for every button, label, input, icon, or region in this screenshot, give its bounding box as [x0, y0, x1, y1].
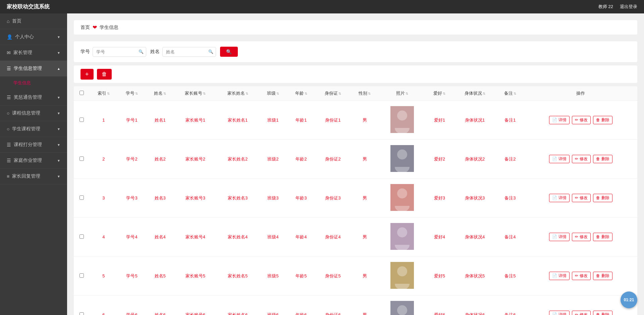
row-select-checkbox[interactable] — [79, 195, 84, 200]
delete-button[interactable]: 🗑 删除 — [593, 155, 612, 163]
edit-button[interactable]: ✏ 修改 — [572, 233, 590, 241]
sort-icon-health: ⇅ — [483, 92, 485, 95]
sidebar-sub-item-student-info[interactable]: 学生信息 — [0, 77, 67, 90]
detail-button[interactable]: 📄 详情 — [549, 116, 569, 124]
row-select-checkbox[interactable] — [79, 273, 84, 278]
row-parent-account: 家长账号3 — [174, 179, 216, 218]
sort-icon-photo: ⇅ — [406, 92, 408, 95]
row-notes: 备注5 — [496, 257, 524, 296]
row-select-checkbox[interactable] — [79, 118, 84, 122]
sort-icon-index: ⇅ — [107, 92, 110, 95]
sidebar-item-score-mgmt[interactable]: ☰ 课程打分管理 ▼ — [0, 137, 67, 153]
send-icon: ✉ — [7, 50, 11, 55]
sidebar-item-student-course-mgmt[interactable]: ○ 学生课程管理 ▼ — [0, 121, 67, 137]
sidebar-item-course-info-mgmt[interactable]: ○ 课程信息管理 ▼ — [0, 105, 67, 121]
row-name: 姓名6 — [146, 296, 174, 315]
row-checkbox — [74, 218, 90, 257]
row-class: 班级1 — [259, 101, 287, 140]
detail-button[interactable]: 📄 详情 — [549, 272, 569, 280]
grid-icon: ☰ — [7, 66, 11, 71]
sort-icon-student-id: ⇅ — [135, 92, 138, 95]
row-health: 身体状况5 — [454, 257, 496, 296]
detail-button[interactable]: 📄 详情 — [549, 194, 569, 202]
row-student-id: 学号1 — [118, 101, 146, 140]
add-button[interactable]: + — [80, 69, 94, 80]
sort-icon-class: ⇅ — [276, 92, 279, 95]
logout-button[interactable]: 退出登录 — [620, 4, 637, 10]
row-select-checkbox[interactable] — [79, 234, 84, 239]
detail-button[interactable]: 📄 详情 — [549, 155, 569, 163]
row-health: 身体状况6 — [454, 296, 496, 315]
row-age: 年龄3 — [287, 179, 315, 218]
row-id-card: 身份证2 — [315, 140, 351, 179]
edit-button[interactable]: ✏ 修改 — [572, 311, 590, 315]
row-hobby: 爱好4 — [425, 218, 453, 257]
row-hobby: 爱好5 — [425, 257, 453, 296]
row-gender: 男 — [351, 101, 379, 140]
edit-button[interactable]: ✏ 修改 — [572, 116, 590, 124]
sidebar-submenu-student: 学生信息 — [0, 77, 67, 90]
row-notes: 备注6 — [496, 296, 524, 315]
edit-button[interactable]: ✏ 修改 — [572, 272, 590, 280]
sidebar-item-parent-mgmt[interactable]: ✉ 家长管理 ▼ — [0, 45, 67, 61]
chevron-down-icon: ▼ — [57, 175, 60, 178]
delete-button[interactable]: 🗑 删除 — [593, 233, 612, 241]
delete-button[interactable]: 🗑 删除 — [593, 194, 612, 202]
delete-button[interactable]: 🗑 删除 — [593, 272, 612, 280]
award-icon: ☰ — [7, 95, 11, 100]
topbar-right: 教师 22 退出登录 — [598, 4, 637, 10]
col-photo: 照片⇅ — [379, 86, 425, 101]
main-content: 首页 ❤ 学生信息 学号 🔍 姓名 🔍 🔍 — [67, 13, 644, 315]
delete-button[interactable]: 🗑 删除 — [593, 311, 612, 315]
sidebar-item-parent-reply-mgmt[interactable]: ≡ 家长回复管理 ▼ — [0, 169, 67, 184]
sidebar-item-homework-mgmt[interactable]: ☰ 家庭作业管理 ▼ — [0, 153, 67, 169]
row-select-checkbox[interactable] — [79, 156, 84, 161]
row-index: 5 — [90, 257, 118, 296]
student-id-input[interactable] — [93, 47, 146, 57]
sidebar-item-student-info-mgmt[interactable]: ☰ 学生信息管理 ▲ — [0, 61, 67, 77]
name-input[interactable] — [162, 47, 216, 57]
row-index: 4 — [90, 218, 118, 257]
batch-delete-button[interactable]: 🗑 — [97, 69, 112, 80]
row-parent-account: 家长账号2 — [174, 140, 216, 179]
edit-button[interactable]: ✏ 修改 — [572, 155, 590, 163]
row-notes: 备注2 — [496, 140, 524, 179]
delete-button[interactable]: 🗑 删除 — [593, 116, 612, 124]
student-id-field: 学号 🔍 — [80, 47, 146, 57]
detail-button[interactable]: 📄 详情 — [549, 311, 569, 315]
row-id-card: 身份证5 — [315, 257, 351, 296]
row-select-checkbox[interactable] — [79, 312, 84, 315]
row-photo — [379, 140, 425, 179]
table-row: 5 学号5 姓名5 家长账号5 家长姓名5 班级5 年龄5 身份证5 男 爱好5… — [74, 257, 637, 296]
sidebar-item-award-mgmt[interactable]: ☰ 奖惩通告管理 ▼ — [0, 90, 67, 105]
student-id-search-icon: 🔍 — [139, 49, 144, 54]
row-parent-account: 家长账号5 — [174, 257, 216, 296]
row-age: 年龄4 — [287, 218, 315, 257]
detail-button[interactable]: 📄 详情 — [549, 233, 569, 241]
sidebar-item-personal[interactable]: 👤 个人中心 ▼ — [0, 29, 67, 45]
row-notes: 备注4 — [496, 218, 524, 257]
breadcrumb-home[interactable]: 首页 — [80, 25, 90, 31]
row-index: 1 — [90, 101, 118, 140]
sidebar-item-parent-reply-mgmt-label: 家长回复管理 — [12, 173, 40, 179]
row-age: 年龄6 — [287, 296, 315, 315]
row-gender: 男 — [351, 218, 379, 257]
col-hobby: 爱好⇅ — [425, 86, 453, 101]
row-health: 身体状况3 — [454, 179, 496, 218]
search-button[interactable]: 🔍 — [220, 47, 238, 57]
row-student-id: 学号6 — [118, 296, 146, 315]
row-notes: 备注3 — [496, 179, 524, 218]
student-photo — [390, 223, 414, 250]
row-name: 姓名1 — [146, 101, 174, 140]
row-checkbox — [74, 257, 90, 296]
edit-button[interactable]: ✏ 修改 — [572, 194, 590, 202]
col-parent-name: 家长姓名⇅ — [217, 86, 259, 101]
row-name: 姓名2 — [146, 140, 174, 179]
row-id-card: 身份证3 — [315, 179, 351, 218]
row-parent-name: 家长姓名2 — [217, 140, 259, 179]
table-row: 1 学号1 姓名1 家长账号1 家长姓名1 班级1 年龄1 身份证1 男 爱好1… — [74, 101, 637, 140]
row-photo — [379, 218, 425, 257]
sidebar-item-home[interactable]: ⌂ 首页 — [0, 13, 67, 29]
select-all-checkbox[interactable] — [79, 91, 84, 95]
table-row: 3 学号3 姓名3 家长账号3 家长姓名3 班级3 年龄3 身份证3 男 爱好3… — [74, 179, 637, 218]
